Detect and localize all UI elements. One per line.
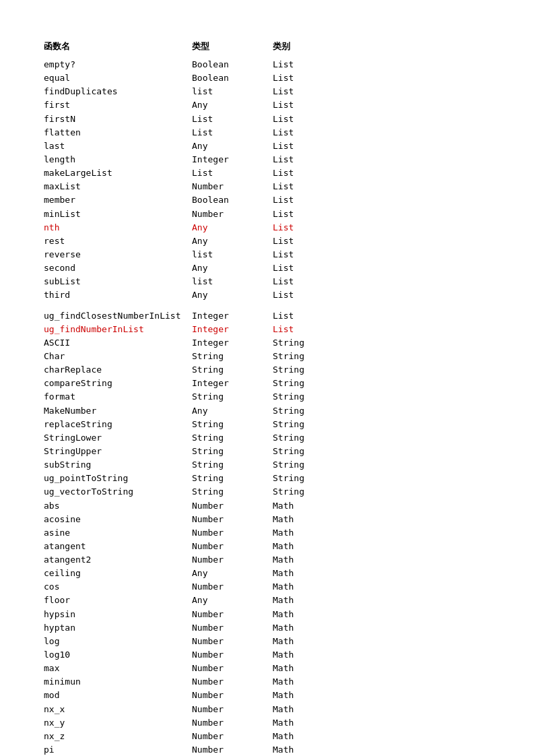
table-row: MakeNumberAnyString (44, 404, 490, 418)
table-row: StringLowerStringString (44, 431, 490, 445)
row-function-name: subList (44, 275, 192, 288)
row-category: Math (273, 526, 354, 540)
row-function-name: minimun (44, 675, 192, 689)
row-category: Math (273, 743, 354, 756)
row-function-name: ASCII (44, 336, 192, 350)
row-type: String (192, 485, 273, 499)
row-category: String (273, 404, 354, 418)
row-function-name: third (44, 288, 192, 302)
table-row: minimunNumberMath (44, 675, 490, 689)
row-category: List (273, 153, 354, 166)
row-function-name: StringUpper (44, 445, 192, 458)
row-type: Number (192, 716, 273, 730)
table-row: ug_findClosestNumberInListIntegerList (44, 309, 490, 323)
table-row: modNumberMath (44, 689, 490, 702)
table-row: acosineNumberMath (44, 513, 490, 526)
row-category: List (273, 275, 354, 288)
row-type: String (192, 431, 273, 445)
row-type: Number (192, 675, 273, 689)
row-type: list (192, 275, 273, 288)
row-category: Math (273, 648, 354, 662)
row-function-name: mod (44, 689, 192, 702)
row-category: Math (273, 553, 354, 567)
row-type: Number (192, 635, 273, 648)
table-row: log10NumberMath (44, 648, 490, 662)
row-category: Math (273, 499, 354, 513)
row-type: String (192, 363, 273, 377)
row-type: Any (192, 261, 273, 275)
row-function-name: second (44, 261, 192, 275)
row-category: String (273, 458, 354, 472)
table-row: makeLargeListListList (44, 166, 490, 180)
row-type: Number (192, 499, 273, 513)
row-category: List (273, 58, 354, 71)
table-row: nx_yNumberMath (44, 716, 490, 730)
row-category: Math (273, 567, 354, 580)
row-category: List (273, 98, 354, 112)
row-function-name: ug_findNumberInList (44, 323, 192, 336)
table-row: CharStringString (44, 350, 490, 363)
table-row: ceilingAnyMath (44, 567, 490, 580)
row-type: Any (192, 98, 273, 112)
row-function-name: compareString (44, 377, 192, 390)
table-row: empty?BooleanList (44, 58, 490, 71)
row-type: String (192, 445, 273, 458)
table-row: restAnyList (44, 234, 490, 248)
row-function-name: StringLower (44, 431, 192, 445)
row-category: String (273, 363, 354, 377)
row-category: Math (273, 662, 354, 675)
row-type: Number (192, 540, 273, 553)
row-function-name: ug_findClosestNumberInList (44, 309, 192, 323)
row-function-name: pi (44, 743, 192, 756)
row-category: String (273, 377, 354, 390)
table-row: hyptanNumberMath (44, 621, 490, 635)
row-function-name: nx_z (44, 730, 192, 743)
table-row: lengthIntegerList (44, 153, 490, 166)
row-function-name: nth (44, 221, 192, 234)
row-category: String (273, 336, 354, 350)
table-row: logNumberMath (44, 635, 490, 648)
table-row: formatStringString (44, 390, 490, 404)
row-type: Number (192, 730, 273, 743)
table-row: nx_xNumberMath (44, 703, 490, 716)
row-category: Math (273, 608, 354, 621)
row-type: Boolean (192, 58, 273, 71)
row-category: String (273, 445, 354, 458)
row-function-name: minList (44, 208, 192, 221)
table-row: reverselistList (44, 248, 490, 261)
table-row: StringUpperStringString (44, 445, 490, 458)
table-body: empty?BooleanListequalBooleanListfindDup… (44, 58, 490, 756)
row-function-name: log10 (44, 648, 192, 662)
row-type: Integer (192, 336, 273, 350)
row-spacer (44, 303, 490, 309)
table-row: memberBooleanList (44, 193, 490, 207)
header-name: 函数名 (44, 40, 192, 53)
row-type: String (192, 472, 273, 485)
row-type: Integer (192, 153, 273, 166)
row-type: Any (192, 404, 273, 418)
row-type: Number (192, 662, 273, 675)
row-category: String (273, 472, 354, 485)
row-type: Boolean (192, 193, 273, 207)
row-function-name: equal (44, 71, 192, 85)
table-row: maxListNumberList (44, 180, 490, 193)
row-function-name: MakeNumber (44, 404, 192, 418)
row-category: Math (273, 675, 354, 689)
row-category: List (273, 71, 354, 85)
row-category: List (273, 208, 354, 221)
row-function-name: first (44, 98, 192, 112)
table-row: atangentNumberMath (44, 540, 490, 553)
table-row: replaceStringStringString (44, 418, 490, 431)
table-header: 函数名 类型 类别 (44, 40, 490, 53)
row-category: Math (273, 540, 354, 553)
row-type: Any (192, 594, 273, 607)
row-category: List (273, 126, 354, 139)
row-function-name: Char (44, 350, 192, 363)
table-row: ug_vectorToStringStringString (44, 485, 490, 499)
row-function-name: last (44, 139, 192, 153)
table-row: atangent2NumberMath (44, 553, 490, 567)
row-function-name: atangent (44, 540, 192, 553)
row-category: Math (273, 689, 354, 702)
row-type: Any (192, 221, 273, 234)
row-type: String (192, 350, 273, 363)
